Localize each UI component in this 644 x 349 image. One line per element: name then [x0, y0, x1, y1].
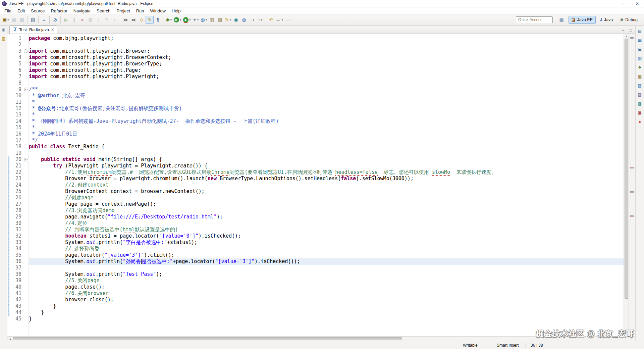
- menu-edit[interactable]: Edit: [14, 8, 28, 13]
- code-line[interactable]: //3.浏览器访问demo: [29, 207, 624, 214]
- new-servlet-button[interactable]: ▥: [208, 16, 216, 24]
- code-line[interactable]: //1.使用chromium浏览器,# 浏览器配置,设置以GUI模式启动Chro…: [29, 169, 624, 176]
- menu-window[interactable]: Window: [147, 8, 169, 13]
- code-line[interactable]: //创建page: [29, 195, 624, 201]
- restore-view-icon[interactable]: ▣: [1, 27, 7, 33]
- dropdown-arrow-icon[interactable]: ▾: [253, 18, 254, 21]
- code-line[interactable]: import com.microsoft.playwright.BrowserC…: [29, 54, 624, 61]
- skip-all-breakpoints-button[interactable]: ⊘: [51, 16, 59, 24]
- code-line[interactable]: [29, 80, 624, 86]
- code-line[interactable]: *: [29, 124, 624, 131]
- dropdown-arrow-icon[interactable]: ▾: [206, 18, 207, 21]
- perspective-debug[interactable]: ✱Debug: [617, 16, 641, 24]
- code-line[interactable]: * 《刚刚问世》系列初窥篇-Java+Playwright自动化测试-27- 操…: [29, 118, 624, 124]
- tab-close-icon[interactable]: ✕: [51, 28, 54, 32]
- properties-view-icon[interactable]: ▥: [637, 55, 643, 61]
- menu-source[interactable]: Source: [28, 8, 48, 13]
- vertical-scroll-thumb[interactable]: [625, 39, 628, 299]
- code-line[interactable]: [29, 265, 624, 271]
- code-line[interactable]: *: [29, 99, 624, 105]
- dropdown-arrow-icon[interactable]: ▾: [290, 18, 292, 21]
- code-line[interactable]: page.navigate("file:///E:/Desktop/test/r…: [29, 214, 624, 220]
- code-area[interactable]: package com.bjhg.playwright;import com.m…: [29, 34, 624, 336]
- show-whitespace-button[interactable]: ¶: [154, 16, 162, 24]
- project-explorer-icon[interactable]: ▨: [1, 36, 7, 42]
- last-edit-button[interactable]: ↶: [267, 16, 275, 24]
- code-line[interactable]: *: [29, 112, 624, 118]
- progress-view-icon[interactable]: ▣: [637, 110, 643, 116]
- problems-view-icon[interactable]: ▣: [637, 46, 643, 52]
- code-line[interactable]: // 选择孙尚香: [29, 246, 624, 252]
- coverage-button[interactable]: ▶▾: [182, 16, 192, 24]
- code-line[interactable]: Page page = context.newPage();: [29, 201, 624, 207]
- code-line[interactable]: // 判断李白是否被选中(html默认设置是选中的): [29, 227, 624, 233]
- code-line[interactable]: public class Test_Radio {: [29, 144, 624, 150]
- download-javadoc-button[interactable]: ↓▾: [248, 16, 256, 24]
- code-line[interactable]: * 2024年11月01日: [29, 131, 624, 137]
- code-line[interactable]: //4.定位: [29, 220, 624, 227]
- code-line[interactable]: [29, 150, 624, 156]
- dropdown-arrow-icon[interactable]: ▾: [282, 18, 283, 21]
- code-line[interactable]: * @公众号:北京宏哥(微信搜索,关注宏哥,提前解锁更多测试干货): [29, 105, 624, 112]
- code-line[interactable]: /**: [29, 86, 624, 93]
- class-file-button[interactable]: ▤: [29, 16, 37, 24]
- code-line[interactable]: System.out.println("Test Pass");: [29, 271, 624, 278]
- fold-collapse-icon[interactable]: −: [24, 158, 28, 161]
- run-button[interactable]: ▶▾: [173, 16, 182, 24]
- maximize-editor-button[interactable]: □: [628, 28, 634, 34]
- search-view-icon[interactable]: ▩: [637, 101, 643, 107]
- minimize-button[interactable]: –: [604, 0, 617, 7]
- perspective-java-ee[interactable]: ◪Java EE: [569, 16, 596, 24]
- debug-button[interactable]: ✱▾: [165, 16, 173, 24]
- task-list-view-icon[interactable]: ▦: [637, 37, 643, 43]
- web-browser-button[interactable]: ◉: [232, 16, 240, 24]
- mark-occurrences-button[interactable]: ✎: [146, 16, 154, 24]
- perspective-java[interactable]: JJava: [597, 16, 616, 24]
- code-line[interactable]: BrowserContext context = browser.newCont…: [29, 188, 624, 195]
- code-line[interactable]: */: [29, 137, 624, 144]
- code-line[interactable]: import com.microsoft.playwright.Browser;: [29, 48, 624, 54]
- dropdown-arrow-icon[interactable]: ▾: [189, 18, 191, 21]
- outline-view-icon[interactable]: ▤: [637, 28, 643, 34]
- overview-marker[interactable]: [630, 215, 634, 217]
- code-line[interactable]: page.locator("[value='3']").click();: [29, 252, 624, 258]
- previous-annotation-button[interactable]: ≪: [129, 16, 138, 24]
- code-line[interactable]: Browser browser = playwright.chromium().…: [29, 176, 624, 182]
- tab-test-radio[interactable]: J Test_Radio.java ✕: [9, 26, 57, 34]
- code-line[interactable]: import com.microsoft.playwright.Playwrig…: [29, 73, 624, 80]
- import-files-button[interactable]: ↑▾: [256, 16, 264, 24]
- scroll-up-arrow-icon[interactable]: ▴: [626, 34, 627, 39]
- search-button[interactable]: ✎▾: [224, 16, 232, 24]
- scroll-left-arrow-icon[interactable]: ◂: [7, 337, 13, 341]
- code-line[interactable]: package com.bjhg.playwright;: [29, 35, 624, 42]
- snippets-view-icon[interactable]: ▧: [637, 83, 643, 89]
- horizontal-scroll-thumb[interactable]: [13, 337, 402, 340]
- console-view-icon[interactable]: ▨: [637, 92, 643, 98]
- menu-help[interactable]: Help: [169, 8, 184, 13]
- menu-file[interactable]: File: [1, 8, 14, 13]
- servers-view-icon[interactable]: ❖: [637, 64, 643, 70]
- overview-marker[interactable]: [630, 167, 634, 168]
- code-line[interactable]: [29, 42, 624, 48]
- code-line[interactable]: //6.关闭browser: [29, 290, 624, 297]
- code-line[interactable]: System.out.println("李白是否被选中:"+status1);: [29, 239, 624, 246]
- code-line[interactable]: //2.创建context: [29, 182, 624, 188]
- data-source-view-icon[interactable]: ▦: [637, 73, 643, 80]
- code-line[interactable]: }: [29, 309, 624, 316]
- vertical-scrollbar[interactable]: ▴: [624, 34, 629, 336]
- menu-run[interactable]: Run: [133, 8, 147, 13]
- code-line[interactable]: boolean status1 = page.locator("[value='…: [29, 233, 624, 239]
- external-tools-button[interactable]: ✦▾: [192, 16, 200, 24]
- fold-collapse-icon[interactable]: −: [24, 49, 28, 53]
- dropdown-arrow-icon[interactable]: ▾: [170, 18, 172, 21]
- code-line[interactable]: browser.close();: [29, 297, 624, 303]
- new-web-service-button[interactable]: ◍▾: [200, 16, 208, 24]
- code-line[interactable]: try (Playwright playwright = Playwright.…: [29, 163, 624, 169]
- code-line[interactable]: //5.关闭page: [29, 278, 624, 284]
- open-console-button[interactable]: ≡: [40, 16, 48, 24]
- code-line[interactable]: public static void main(String[] args) {: [29, 156, 624, 163]
- maximize-button[interactable]: □: [617, 0, 631, 7]
- code-line[interactable]: page.close();: [29, 284, 624, 290]
- code-line[interactable]: import com.microsoft.playwright.Page;: [29, 67, 624, 73]
- overview-ruler[interactable]: [629, 34, 635, 336]
